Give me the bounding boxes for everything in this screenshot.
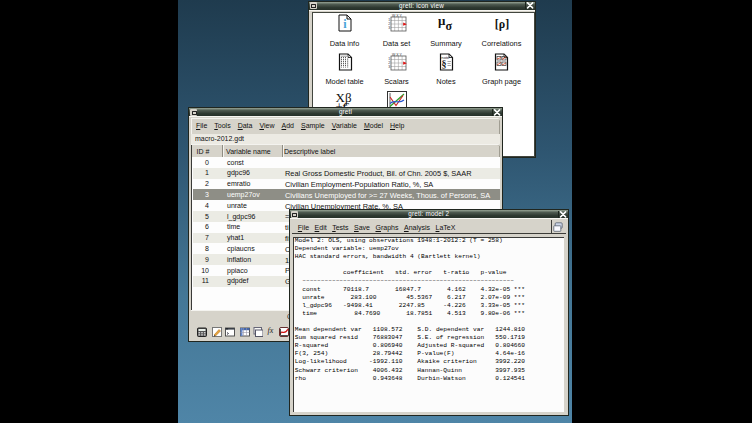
svg-text:W X Y: W X Y (392, 14, 403, 18)
svg-text:W X Y: W X Y (392, 53, 403, 57)
svg-text:3: 3 (388, 26, 390, 30)
svg-text:σ: σ (445, 19, 452, 32)
svg-text:3: 3 (388, 65, 390, 69)
svg-text:§: § (441, 58, 446, 69)
svg-text:[ρ]: [ρ] (494, 16, 508, 30)
